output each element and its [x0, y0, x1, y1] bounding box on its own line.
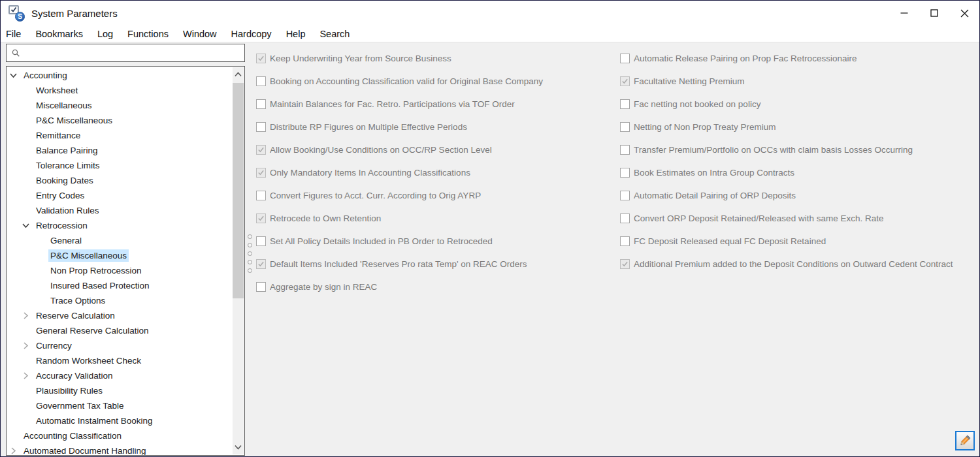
tree-item-label: P&C Miscellaneous: [48, 249, 129, 262]
checkbox[interactable]: [256, 99, 266, 109]
tree-item[interactable]: Plausibility Rules: [7, 383, 233, 398]
checkbox-label: Convert ORP Deposit Retained/Released wi…: [634, 213, 883, 223]
checkbox: [620, 76, 630, 86]
checkbox-label: Additional Premium added to the Deposit …: [634, 259, 953, 269]
tree-scrollbar[interactable]: [233, 67, 244, 454]
tree-item[interactable]: Insured Based Protection: [7, 278, 233, 293]
tree-item[interactable]: Automatic Instalment Booking: [7, 413, 233, 428]
checkbox[interactable]: [620, 191, 630, 200]
tree-item-label: P&C Miscellaneous: [34, 114, 114, 127]
tree-item[interactable]: Remittance: [7, 128, 233, 143]
tree-item[interactable]: Balance Pairing: [7, 143, 233, 158]
tree-item[interactable]: Reserve Calculation: [7, 308, 233, 323]
checkbox[interactable]: [620, 122, 630, 132]
checkbox[interactable]: [256, 122, 266, 132]
parameter-row: Transfer Premium/Portfolio on OCCs with …: [620, 138, 976, 161]
checkbox-label: Booking on Accounting Classification val…: [270, 76, 543, 86]
tree-item-label: Reserve Calculation: [34, 309, 117, 322]
checkbox[interactable]: [620, 54, 630, 63]
parameter-row: Automatic Detail Pairing of ORP Deposits: [620, 184, 976, 207]
close-button[interactable]: [949, 1, 979, 25]
tree-item[interactable]: Retrocession: [7, 218, 233, 233]
tree-item-label: Retrocession: [34, 219, 90, 232]
parameter-row: Allow Booking/Use Conditions on OCC/RP S…: [256, 138, 612, 161]
checkbox[interactable]: [256, 191, 266, 200]
chevron-right-icon: [9, 447, 18, 455]
menu-hardcopy[interactable]: Hardcopy: [224, 25, 279, 42]
maximize-button[interactable]: [919, 1, 949, 25]
checkbox-label: Facultative Netting Premium: [634, 76, 745, 86]
menu-file[interactable]: File: [1, 25, 28, 42]
tree-item[interactable]: Accuracy Validation: [7, 368, 233, 383]
search-box: [6, 44, 245, 62]
menu-search[interactable]: Search: [312, 25, 357, 42]
menu-bookmarks[interactable]: Bookmarks: [28, 25, 90, 42]
scrollbar-thumb[interactable]: [233, 83, 244, 298]
window-title: System Parameters: [31, 8, 118, 19]
tree-item[interactable]: Entry Codes: [7, 188, 233, 203]
checkbox[interactable]: [256, 282, 266, 292]
checkbox: [256, 145, 266, 155]
tree-item[interactable]: Automated Document Handling: [7, 443, 233, 456]
search-input[interactable]: [24, 44, 244, 61]
panel-splitter-grip[interactable]: [247, 234, 252, 273]
tree-item[interactable]: Random Worksheet Check: [7, 353, 233, 368]
checkbox[interactable]: [620, 236, 630, 246]
parameter-row: Fac netting not booked on policy: [620, 93, 976, 116]
system-parameters-window: S System Parameters FileBookmarksLogFunc…: [0, 0, 980, 457]
checkbox[interactable]: [620, 213, 630, 223]
parameter-row: Distribute RP Figures on Multiple Effect…: [256, 116, 612, 138]
tree-item[interactable]: Booking Dates: [7, 173, 233, 188]
tree-item-label: Trace Options: [48, 294, 107, 307]
tree-item[interactable]: General Reserve Calculation: [7, 323, 233, 338]
menu-help[interactable]: Help: [279, 25, 313, 42]
pencil-icon: [958, 434, 972, 447]
menu-functions[interactable]: Functions: [120, 25, 176, 42]
checkbox-label: Allow Booking/Use Conditions on OCC/RP S…: [270, 145, 492, 155]
checkbox[interactable]: [620, 145, 630, 155]
tree-item-label: Currency: [34, 339, 74, 352]
tree-item[interactable]: Worksheet: [7, 83, 233, 98]
checkbox-column-1: Keep Underwriting Year from Source Busin…: [256, 47, 612, 298]
chevron-down-icon: [9, 71, 18, 80]
checkbox-label: Aggregate by sign in REAC: [270, 282, 377, 292]
tree-item[interactable]: General: [7, 233, 233, 248]
search-icon: [12, 49, 20, 57]
checkbox-label: Book Estimates on Intra Group Contracts: [634, 168, 794, 178]
menu-log[interactable]: Log: [90, 25, 120, 42]
scroll-up-button[interactable]: [233, 67, 244, 82]
parameter-row: Default Items Included 'Reserves Pro rat…: [256, 253, 612, 276]
tree-item[interactable]: Validation Rules: [7, 203, 233, 218]
check-icon: [257, 260, 265, 268]
checkbox-label: Keep Underwriting Year from Source Busin…: [270, 54, 451, 63]
tree-item[interactable]: P&C Miscellaneous: [7, 113, 233, 128]
tree-item-label: Booking Dates: [34, 174, 95, 187]
tree-item[interactable]: Trace Options: [7, 293, 233, 308]
minimize-button[interactable]: [889, 1, 919, 25]
tree-item[interactable]: Currency: [7, 338, 233, 353]
scroll-down-button[interactable]: [233, 440, 244, 454]
checkbox-label: Automatic Detail Pairing of ORP Deposits: [634, 191, 796, 200]
window-controls: [889, 1, 979, 25]
menu-window[interactable]: Window: [176, 25, 224, 42]
tree-item[interactable]: Tolerance Limits: [7, 158, 233, 173]
checkbox[interactable]: [620, 168, 630, 178]
checkbox-label: Distribute RP Figures on Multiple Effect…: [270, 122, 467, 132]
parameter-row: Netting of Non Prop Treaty Premium: [620, 116, 976, 138]
checkbox-label: Set All Policy Details Included in PB Or…: [270, 236, 493, 246]
tree-item[interactable]: Accounting: [7, 68, 233, 83]
edit-button[interactable]: [955, 431, 975, 450]
tree-item[interactable]: P&C Miscellaneous: [7, 248, 233, 263]
checkbox[interactable]: [256, 236, 266, 246]
tree-item[interactable]: Accounting Classification: [7, 428, 233, 443]
check-icon: [257, 169, 265, 176]
tree-item[interactable]: Government Tax Table: [7, 398, 233, 413]
parameter-row: Convert ORP Deposit Retained/Released wi…: [620, 207, 976, 230]
s-badge-icon: S: [15, 12, 25, 22]
checkbox[interactable]: [256, 76, 266, 86]
tree-item[interactable]: Non Prop Retrocession: [7, 263, 233, 278]
tree-item[interactable]: Miscellaneous: [7, 98, 233, 113]
tree-item-label: Automatic Instalment Booking: [34, 415, 155, 427]
tree-item-label: Remittance: [34, 129, 82, 142]
checkbox[interactable]: [620, 99, 630, 109]
